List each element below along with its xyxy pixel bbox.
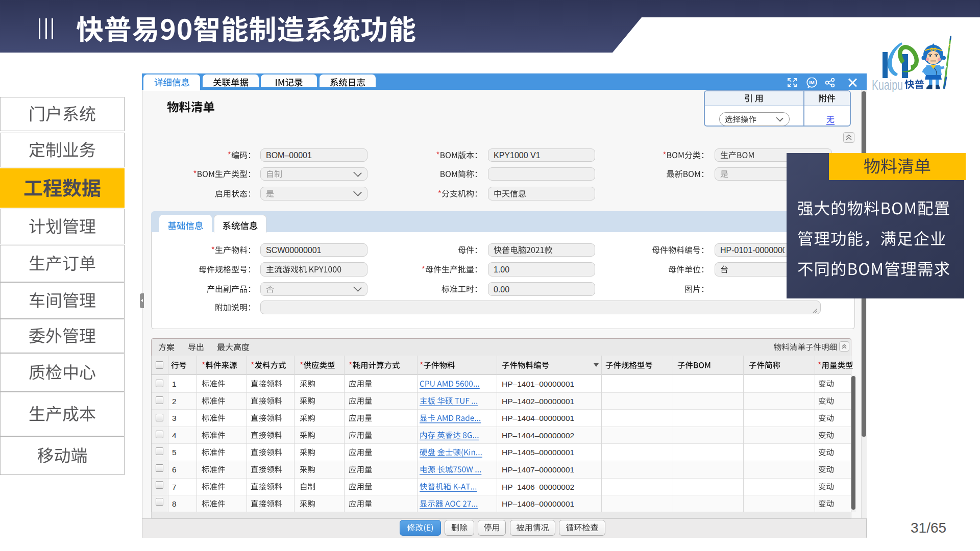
svg-text:Kuaipu: Kuaipu xyxy=(872,78,903,92)
svg-text:IM: IM xyxy=(809,80,815,85)
